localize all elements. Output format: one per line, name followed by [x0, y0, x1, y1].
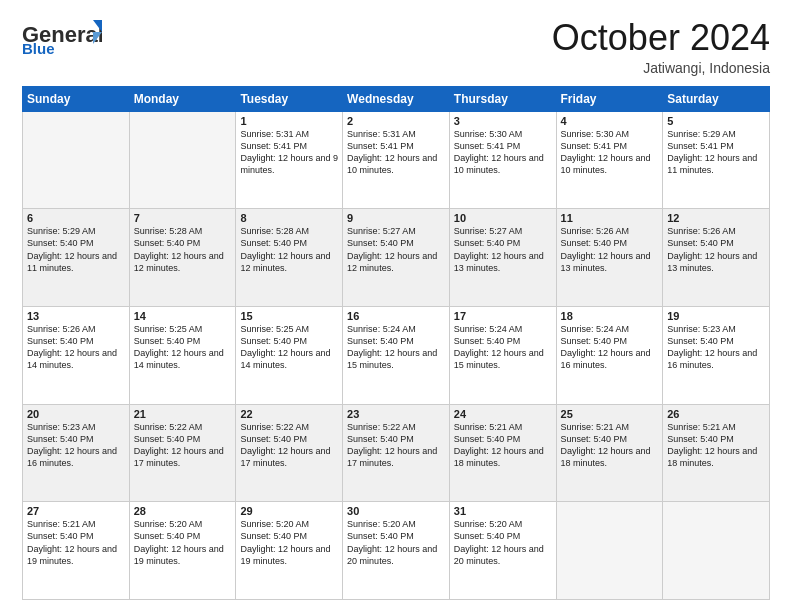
- calendar-day: 17Sunrise: 5:24 AM Sunset: 5:40 PM Dayli…: [449, 306, 556, 404]
- calendar-day: 2Sunrise: 5:31 AM Sunset: 5:41 PM Daylig…: [343, 111, 450, 209]
- day-info: Sunrise: 5:30 AM Sunset: 5:41 PM Dayligh…: [454, 128, 552, 177]
- day-number: 8: [240, 212, 338, 224]
- day-info: Sunrise: 5:31 AM Sunset: 5:41 PM Dayligh…: [347, 128, 445, 177]
- calendar-day: [23, 111, 130, 209]
- calendar-week-1: 1Sunrise: 5:31 AM Sunset: 5:41 PM Daylig…: [23, 111, 770, 209]
- svg-text:Blue: Blue: [22, 40, 55, 54]
- day-number: 3: [454, 115, 552, 127]
- day-number: 25: [561, 408, 659, 420]
- day-info: Sunrise: 5:21 AM Sunset: 5:40 PM Dayligh…: [561, 421, 659, 470]
- calendar-day: 27Sunrise: 5:21 AM Sunset: 5:40 PM Dayli…: [23, 502, 130, 600]
- day-number: 30: [347, 505, 445, 517]
- calendar-day: 15Sunrise: 5:25 AM Sunset: 5:40 PM Dayli…: [236, 306, 343, 404]
- day-info: Sunrise: 5:22 AM Sunset: 5:40 PM Dayligh…: [240, 421, 338, 470]
- day-header-friday: Friday: [556, 86, 663, 111]
- day-number: 5: [667, 115, 765, 127]
- day-info: Sunrise: 5:21 AM Sunset: 5:40 PM Dayligh…: [667, 421, 765, 470]
- logo: General Blue: [22, 18, 102, 54]
- day-number: 31: [454, 505, 552, 517]
- day-number: 29: [240, 505, 338, 517]
- location: Jatiwangi, Indonesia: [552, 60, 770, 76]
- calendar-day: 18Sunrise: 5:24 AM Sunset: 5:40 PM Dayli…: [556, 306, 663, 404]
- calendar-day: 21Sunrise: 5:22 AM Sunset: 5:40 PM Dayli…: [129, 404, 236, 502]
- day-info: Sunrise: 5:24 AM Sunset: 5:40 PM Dayligh…: [561, 323, 659, 372]
- day-info: Sunrise: 5:20 AM Sunset: 5:40 PM Dayligh…: [454, 518, 552, 567]
- day-number: 14: [134, 310, 232, 322]
- day-info: Sunrise: 5:29 AM Sunset: 5:41 PM Dayligh…: [667, 128, 765, 177]
- day-header-wednesday: Wednesday: [343, 86, 450, 111]
- day-info: Sunrise: 5:23 AM Sunset: 5:40 PM Dayligh…: [667, 323, 765, 372]
- day-info: Sunrise: 5:29 AM Sunset: 5:40 PM Dayligh…: [27, 225, 125, 274]
- calendar-day: 29Sunrise: 5:20 AM Sunset: 5:40 PM Dayli…: [236, 502, 343, 600]
- page: General Blue October 2024 Jatiwangi, Ind…: [0, 0, 792, 612]
- day-info: Sunrise: 5:28 AM Sunset: 5:40 PM Dayligh…: [240, 225, 338, 274]
- calendar-week-2: 6Sunrise: 5:29 AM Sunset: 5:40 PM Daylig…: [23, 209, 770, 307]
- calendar-day: 28Sunrise: 5:20 AM Sunset: 5:40 PM Dayli…: [129, 502, 236, 600]
- day-number: 28: [134, 505, 232, 517]
- day-info: Sunrise: 5:27 AM Sunset: 5:40 PM Dayligh…: [347, 225, 445, 274]
- day-number: 19: [667, 310, 765, 322]
- logo-icon: General Blue: [22, 18, 102, 54]
- calendar-day: 31Sunrise: 5:20 AM Sunset: 5:40 PM Dayli…: [449, 502, 556, 600]
- calendar-day: 3Sunrise: 5:30 AM Sunset: 5:41 PM Daylig…: [449, 111, 556, 209]
- day-info: Sunrise: 5:26 AM Sunset: 5:40 PM Dayligh…: [561, 225, 659, 274]
- day-info: Sunrise: 5:28 AM Sunset: 5:40 PM Dayligh…: [134, 225, 232, 274]
- calendar-day: [663, 502, 770, 600]
- day-number: 24: [454, 408, 552, 420]
- day-number: 20: [27, 408, 125, 420]
- calendar-day: 1Sunrise: 5:31 AM Sunset: 5:41 PM Daylig…: [236, 111, 343, 209]
- day-number: 13: [27, 310, 125, 322]
- calendar-day: 5Sunrise: 5:29 AM Sunset: 5:41 PM Daylig…: [663, 111, 770, 209]
- day-info: Sunrise: 5:24 AM Sunset: 5:40 PM Dayligh…: [454, 323, 552, 372]
- day-number: 16: [347, 310, 445, 322]
- day-info: Sunrise: 5:25 AM Sunset: 5:40 PM Dayligh…: [134, 323, 232, 372]
- day-header-saturday: Saturday: [663, 86, 770, 111]
- day-header-sunday: Sunday: [23, 86, 130, 111]
- day-number: 22: [240, 408, 338, 420]
- calendar-day: 26Sunrise: 5:21 AM Sunset: 5:40 PM Dayli…: [663, 404, 770, 502]
- day-number: 15: [240, 310, 338, 322]
- day-info: Sunrise: 5:21 AM Sunset: 5:40 PM Dayligh…: [454, 421, 552, 470]
- day-info: Sunrise: 5:20 AM Sunset: 5:40 PM Dayligh…: [240, 518, 338, 567]
- calendar-day: 24Sunrise: 5:21 AM Sunset: 5:40 PM Dayli…: [449, 404, 556, 502]
- day-header-tuesday: Tuesday: [236, 86, 343, 111]
- day-info: Sunrise: 5:20 AM Sunset: 5:40 PM Dayligh…: [134, 518, 232, 567]
- day-number: 4: [561, 115, 659, 127]
- title-block: October 2024 Jatiwangi, Indonesia: [552, 18, 770, 76]
- day-number: 11: [561, 212, 659, 224]
- day-number: 17: [454, 310, 552, 322]
- day-info: Sunrise: 5:20 AM Sunset: 5:40 PM Dayligh…: [347, 518, 445, 567]
- day-number: 2: [347, 115, 445, 127]
- day-header-thursday: Thursday: [449, 86, 556, 111]
- day-info: Sunrise: 5:26 AM Sunset: 5:40 PM Dayligh…: [667, 225, 765, 274]
- calendar-week-5: 27Sunrise: 5:21 AM Sunset: 5:40 PM Dayli…: [23, 502, 770, 600]
- day-number: 10: [454, 212, 552, 224]
- day-info: Sunrise: 5:22 AM Sunset: 5:40 PM Dayligh…: [347, 421, 445, 470]
- calendar-day: 14Sunrise: 5:25 AM Sunset: 5:40 PM Dayli…: [129, 306, 236, 404]
- day-number: 6: [27, 212, 125, 224]
- calendar-day: [556, 502, 663, 600]
- calendar-day: 25Sunrise: 5:21 AM Sunset: 5:40 PM Dayli…: [556, 404, 663, 502]
- month-title: October 2024: [552, 18, 770, 58]
- day-number: 1: [240, 115, 338, 127]
- day-number: 18: [561, 310, 659, 322]
- calendar-day: 8Sunrise: 5:28 AM Sunset: 5:40 PM Daylig…: [236, 209, 343, 307]
- day-info: Sunrise: 5:24 AM Sunset: 5:40 PM Dayligh…: [347, 323, 445, 372]
- calendar: SundayMondayTuesdayWednesdayThursdayFrid…: [22, 86, 770, 600]
- calendar-week-4: 20Sunrise: 5:23 AM Sunset: 5:40 PM Dayli…: [23, 404, 770, 502]
- day-info: Sunrise: 5:22 AM Sunset: 5:40 PM Dayligh…: [134, 421, 232, 470]
- day-info: Sunrise: 5:26 AM Sunset: 5:40 PM Dayligh…: [27, 323, 125, 372]
- header: General Blue October 2024 Jatiwangi, Ind…: [22, 18, 770, 76]
- day-header-monday: Monday: [129, 86, 236, 111]
- calendar-day: 11Sunrise: 5:26 AM Sunset: 5:40 PM Dayli…: [556, 209, 663, 307]
- calendar-day: 16Sunrise: 5:24 AM Sunset: 5:40 PM Dayli…: [343, 306, 450, 404]
- day-number: 7: [134, 212, 232, 224]
- day-info: Sunrise: 5:31 AM Sunset: 5:41 PM Dayligh…: [240, 128, 338, 177]
- calendar-day: 12Sunrise: 5:26 AM Sunset: 5:40 PM Dayli…: [663, 209, 770, 307]
- calendar-day: 20Sunrise: 5:23 AM Sunset: 5:40 PM Dayli…: [23, 404, 130, 502]
- calendar-day: 19Sunrise: 5:23 AM Sunset: 5:40 PM Dayli…: [663, 306, 770, 404]
- day-number: 12: [667, 212, 765, 224]
- day-number: 21: [134, 408, 232, 420]
- calendar-day: 7Sunrise: 5:28 AM Sunset: 5:40 PM Daylig…: [129, 209, 236, 307]
- calendar-day: 9Sunrise: 5:27 AM Sunset: 5:40 PM Daylig…: [343, 209, 450, 307]
